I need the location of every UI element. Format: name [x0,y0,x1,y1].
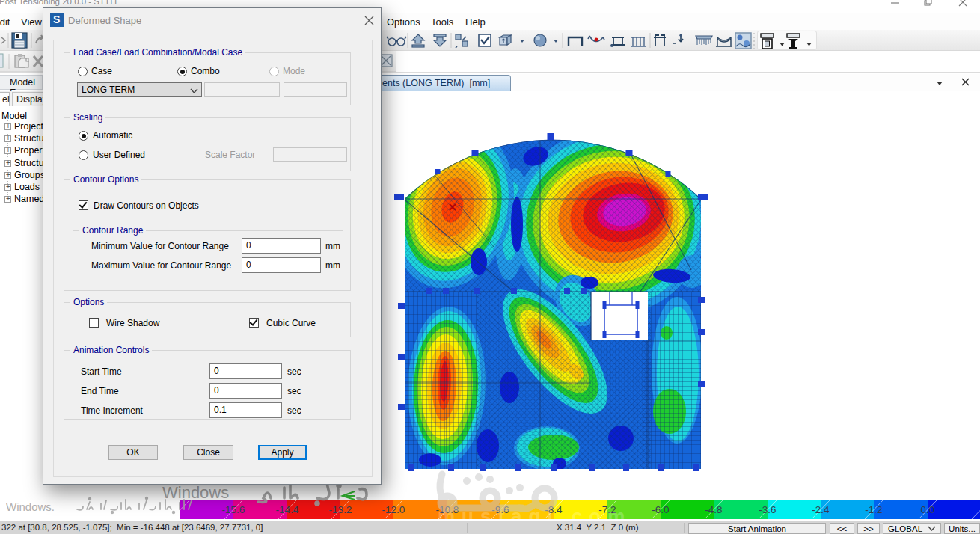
svg-text:Windows.: Windows. [6,500,55,513]
